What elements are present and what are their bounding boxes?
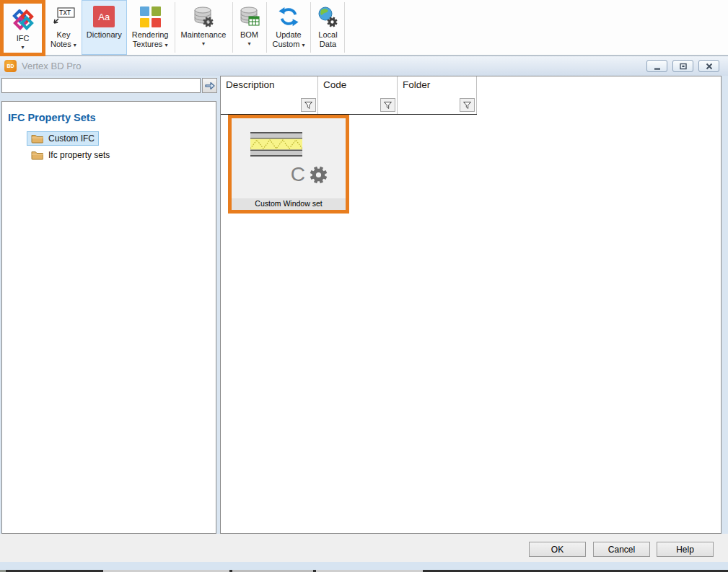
column-header-description[interactable]: Description (221, 76, 318, 114)
dropdown-caret-icon: ▾ (21, 44, 24, 50)
item-caption: Custom Window set (232, 198, 346, 210)
funnel-icon (383, 101, 392, 110)
ribbon-button-label: Local (318, 30, 337, 39)
ribbon-button-label: Rendering (132, 30, 169, 39)
maximize-button[interactable] (672, 60, 693, 72)
property-set-tree: Custom IFC Ifc property sets (27, 131, 216, 162)
ribbon-button-key-notes[interactable]: TXT KeyNotes ▾ (45, 0, 82, 55)
column-header-code[interactable]: Code (318, 76, 398, 114)
ribbon-button-update-custom[interactable]: UpdateCustom ▾ (268, 0, 310, 55)
ifc-highlight-box: IFC▾ (0, 0, 45, 56)
minimize-icon (652, 61, 662, 71)
ribbon-button-ifc[interactable]: IFC▾ (4, 4, 42, 53)
item-highlight-box: C Custom Window set (228, 115, 349, 214)
dialog-titlebar[interactable]: BD Vertex BD Pro (0, 56, 728, 76)
svg-text:TXT: TXT (59, 9, 71, 17)
dropdown-caret-icon: ▾ (165, 42, 167, 48)
ok-button[interactable]: OK (529, 542, 586, 557)
ribbon-button-label: Data (320, 40, 336, 48)
tree-item-ifc-property-sets[interactable]: Ifc property sets (27, 148, 114, 162)
ribbon-separator (266, 2, 267, 53)
column-header-row: Description Code Folder (221, 76, 721, 114)
content-panel: Description Code Folder C (220, 76, 722, 534)
folder-icon (31, 133, 43, 144)
ribbon-button-local-data[interactable]: LocalData (312, 0, 343, 55)
ribbon-button-bom[interactable]: BOM▾ (234, 0, 266, 55)
dialog-footer: OKCancelHelp (0, 534, 728, 562)
item-thumbnail[interactable]: C Custom Window set (232, 118, 346, 210)
txt-icon: TXT (51, 6, 76, 27)
funnel-icon (304, 101, 313, 110)
column-label: Folder (398, 76, 476, 90)
dictionary-aa-icon: Aa (93, 6, 115, 27)
filter-button[interactable] (380, 98, 395, 112)
sidebar-panel: IFC Property Sets Custom IFC Ifc propert… (1, 101, 216, 534)
database-table-icon (239, 6, 260, 27)
ribbon-separator (232, 2, 233, 53)
minimize-button[interactable] (646, 60, 667, 72)
folder-icon (31, 150, 43, 160)
ribbon-button-label: Update (276, 30, 301, 39)
search-input[interactable] (1, 78, 201, 93)
item-type-glyphs: C (291, 164, 328, 185)
wall-section-icon (250, 132, 302, 157)
color-squares-icon (140, 6, 161, 27)
arrow-right-icon (204, 81, 216, 91)
help-button[interactable]: Help (657, 542, 714, 557)
column-label: Code (318, 76, 397, 90)
gear-icon (311, 167, 327, 182)
dropdown-caret-icon: ▾ (302, 42, 304, 48)
tree-item-label: Custom IFC (48, 133, 95, 144)
ifc-diamonds-icon (12, 9, 35, 31)
ribbon-button-label: Maintenance (181, 30, 227, 39)
ribbon-button-label: BOM (240, 30, 258, 39)
ribbon-button-maintenance[interactable]: Maintenance▾ (176, 0, 232, 55)
globe-gear-icon (317, 6, 338, 27)
screen: IFC▾ TXT KeyNotes ▾ Aa Dictionary Render… (0, 0, 728, 572)
filter-button[interactable] (301, 98, 316, 112)
sidebar-header: IFC Property Sets (8, 112, 216, 123)
dropdown-caret-icon: ▾ (202, 40, 205, 47)
database-gear-icon (193, 6, 214, 27)
column-header-folder[interactable]: Folder (398, 76, 477, 114)
refresh-icon (278, 6, 299, 27)
funnel-icon (462, 101, 472, 110)
ribbon-button-label: Textures (133, 40, 163, 48)
cancel-button[interactable]: Cancel (593, 542, 650, 557)
vertex-bd-pro-dialog: BD Vertex BD Pro IFC Property Sets (0, 56, 728, 562)
ribbon-button-rendering-textures[interactable]: RenderingTextures ▾ (127, 0, 174, 55)
tree-item-label: Ifc property sets (48, 150, 110, 160)
ribbon-button-label: IFC (17, 34, 30, 43)
ribbon-button-label: Notes (51, 40, 71, 48)
ribbon-button-dictionary[interactable]: Aa Dictionary (82, 0, 127, 55)
ribbon-button-label: Custom (273, 40, 300, 48)
ribbon-button-label: Key (56, 30, 70, 39)
go-arrow-button[interactable] (202, 78, 217, 93)
filter-button[interactable] (460, 98, 475, 112)
ribbon-button-label: Dictionary (87, 30, 122, 39)
ribbon-separator (175, 2, 175, 53)
close-icon (704, 61, 714, 71)
maximize-icon (678, 61, 688, 71)
tree-item-custom-ifc[interactable]: Custom IFC (27, 131, 99, 146)
column-label: Description (221, 76, 317, 90)
custom-letter: C (291, 164, 305, 185)
ribbon-separator (344, 2, 345, 53)
dropdown-caret-icon: ▾ (247, 40, 250, 47)
window-controls (646, 60, 719, 72)
app-logo-icon: BD (4, 60, 17, 72)
ribbon-row: IFC▾ TXT KeyNotes ▾ Aa Dictionary Render… (0, 0, 728, 55)
ribbon-toolbar: IFC▾ TXT KeyNotes ▾ Aa Dictionary Render… (0, 0, 728, 56)
dropdown-caret-icon: ▾ (74, 42, 76, 48)
close-button[interactable] (698, 60, 719, 72)
window-title: Vertex BD Pro (22, 61, 81, 71)
dialog-bottom-edge (0, 562, 728, 570)
ribbon-separator (310, 2, 311, 53)
